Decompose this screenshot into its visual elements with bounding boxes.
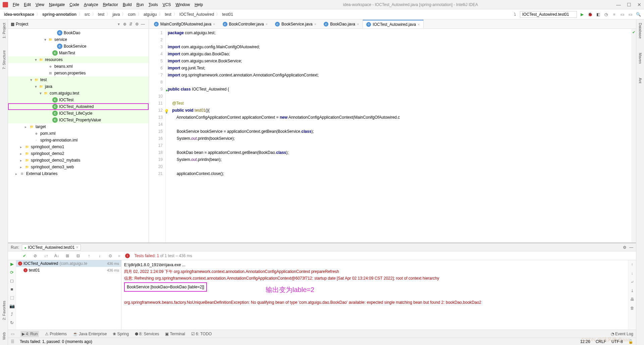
test-tree[interactable]: !IOCTest_Autowired (com.atguigu.te436 ms… — [16, 260, 121, 330]
editor-tab[interactable]: CBookDao.java× — [320, 20, 363, 28]
tree-item[interactable]: CIOCTest_LifeCycle — [8, 110, 149, 117]
rerun-failed-icon[interactable]: ⟳ — [10, 270, 14, 275]
export-icon[interactable]: ⤴ — [11, 312, 13, 317]
tree-item[interactable]: ▸📁springboot_demo2 — [8, 150, 149, 157]
run-hide-icon[interactable]: — — [629, 245, 633, 250]
tool-project[interactable]: 1: Project — [1, 21, 7, 40]
code-area[interactable]: package com.atguigu.test; import com.atg… — [166, 29, 636, 242]
test-tree-row[interactable]: !IOCTest_Autowired (com.atguigu.te436 ms — [16, 260, 121, 267]
tool-maven[interactable]: Maven — [638, 51, 643, 66]
structure-icon[interactable]: ▭ — [619, 11, 625, 17]
tree-item[interactable]: ▤person.properties — [8, 70, 149, 76]
menu-edit[interactable]: Edit — [22, 2, 33, 8]
build-icon[interactable]: ⤵ — [512, 11, 518, 17]
toolwin-eventlog[interactable]: ◔ Event Log — [611, 332, 633, 336]
tree-item[interactable]: ◆beans.xml — [8, 63, 149, 70]
project-view-icon[interactable]: ▦ — [11, 22, 14, 26]
tree-item[interactable]: CMainTest — [8, 50, 149, 56]
tree-item[interactable]: ▼📁resources — [8, 56, 149, 63]
editor-tab[interactable]: CIOCTest_Autowired.java× — [363, 20, 423, 28]
sort-icon[interactable]: ↓↑ — [43, 253, 49, 258]
run-icon[interactable]: ▶ — [579, 11, 585, 17]
tree-item[interactable]: ▼📁test — [8, 76, 149, 83]
console-output[interactable]: E:\jdk\jdk1.8.0_191\bin\java.exe ...四月 0… — [121, 260, 628, 330]
project-dropdown-icon[interactable]: ▾ — [118, 22, 120, 26]
down-stack-icon[interactable]: ↓ — [631, 271, 633, 276]
breadcrumb-item[interactable]: test01 — [221, 11, 234, 17]
close-tab-icon[interactable]: × — [314, 22, 316, 26]
status-icon[interactable]: ☰ — [11, 339, 14, 344]
rerun-icon[interactable]: ▶ — [10, 262, 14, 267]
caret-position[interactable]: 12:26 — [580, 339, 590, 344]
menu-view[interactable]: View — [34, 2, 46, 8]
tool-web[interactable]: Web — [1, 330, 7, 342]
toolwin-todo[interactable]: ☑ 6: TODO — [191, 332, 212, 336]
menu-help[interactable]: Help — [193, 2, 205, 8]
tool-database[interactable]: Database — [638, 21, 643, 41]
menu-refactor[interactable]: Refactor — [101, 2, 120, 8]
project-title[interactable]: Project — [16, 22, 118, 26]
menu-run[interactable]: Run — [135, 2, 146, 8]
menu-navigate[interactable]: Navigate — [47, 2, 67, 8]
scroll-end-icon[interactable]: ⤓ — [631, 288, 634, 293]
hide-icon[interactable]: — — [140, 22, 146, 26]
tree-item[interactable]: ▸⊞External Libraries — [8, 170, 149, 177]
toolwin-services[interactable]: ⬢ 8: Services — [135, 332, 159, 336]
tree-item[interactable]: CBookDao — [8, 30, 149, 36]
close-tab-icon[interactable]: × — [213, 22, 215, 26]
tree-item[interactable]: CIOCTest_Autowired — [8, 103, 149, 110]
tree-item[interactable]: ▼📁com.atguigu.test — [8, 90, 149, 97]
close-tab-icon[interactable]: × — [266, 22, 268, 26]
toggle-auto-icon[interactable]: ◻ — [10, 278, 14, 283]
breadcrumb-item[interactable]: atguigu — [142, 11, 158, 17]
print-icon[interactable]: 🖶 — [630, 297, 634, 302]
next-icon[interactable]: ↓ — [97, 253, 103, 258]
tree-item[interactable]: CBookService — [8, 43, 149, 50]
toolwin-problems[interactable]: ⚠ Problems — [45, 332, 67, 336]
prev-icon[interactable]: ↑ — [86, 253, 92, 258]
tree-item[interactable]: CIOCTest — [8, 97, 149, 103]
soft-wrap-icon[interactable]: ⤶ — [631, 280, 634, 284]
watch-icon[interactable]: ⊙ — [107, 253, 113, 258]
file-encoding[interactable]: UTF-8 — [611, 339, 623, 344]
breadcrumb-item[interactable]: idea-workspace — [3, 11, 36, 17]
stop-run-icon[interactable]: ■ — [11, 287, 13, 292]
breadcrumb-item[interactable]: src — [83, 11, 91, 17]
dump-icon[interactable]: ⬚ — [10, 295, 14, 300]
run-tab[interactable]: ⬥ IOCTest_Autowired.test01 × — [22, 244, 80, 250]
expand-icon[interactable]: ⊞ — [64, 253, 70, 258]
tree-item[interactable]: ▼📁service — [8, 36, 149, 43]
tree-item[interactable]: ▫spring-annotation.iml — [8, 137, 149, 143]
toolwin-spring[interactable]: ❀ Spring — [113, 332, 129, 336]
show-passed-icon[interactable]: ✔ — [21, 253, 28, 258]
debug-icon[interactable]: 🐞 — [587, 11, 593, 17]
menu-tools[interactable]: Tools — [147, 2, 160, 8]
breadcrumb-item[interactable]: IOCTest_Autowired — [178, 11, 215, 17]
tree-item[interactable]: ▸📁springboot_demo1 — [8, 143, 149, 150]
search-everywhere-icon[interactable]: ▭ — [627, 11, 633, 17]
toolwin-terminal[interactable]: ▣ Terminal — [165, 332, 185, 336]
menu-code[interactable]: Code — [67, 2, 81, 8]
close-tab-icon[interactable]: × — [357, 22, 359, 26]
tool-structure[interactable]: 7: Structure — [1, 48, 7, 71]
tool-favorites[interactable]: 2: Favorites — [1, 299, 7, 322]
coverage-icon[interactable]: ◧ — [595, 11, 601, 17]
collapse-icon[interactable]: ⇵ — [128, 22, 134, 26]
breadcrumb-item[interactable]: test — [163, 11, 172, 17]
tree-item[interactable]: CIOCTest_PropertyValue — [8, 117, 149, 123]
show-ignored-icon[interactable]: ⊘ — [32, 253, 38, 258]
run-settings-icon[interactable]: ⚙ — [623, 245, 627, 250]
settings-icon[interactable]: ⚙ — [134, 22, 140, 26]
sort-alpha-icon[interactable]: A↓ — [54, 253, 60, 258]
minimize-icon[interactable]: — — [616, 2, 621, 7]
tree-item[interactable]: ◆pom.xml — [8, 130, 149, 137]
collapse-all-icon[interactable]: ⊟ — [75, 253, 81, 258]
breadcrumb-item[interactable]: com — [126, 11, 137, 17]
tool-ant[interactable]: Ant — [638, 76, 643, 85]
tree-item[interactable]: ▸📁target — [8, 123, 149, 130]
locate-icon[interactable]: ⊕ — [122, 22, 128, 26]
toolwin-menu-icon[interactable]: ▭ — [11, 332, 14, 336]
find-icon[interactable]: 🔍 — [635, 11, 641, 17]
toolwin-javaee[interactable]: ☕ Java Enterprise — [73, 332, 107, 336]
up-stack-icon[interactable]: ↑ — [631, 262, 633, 267]
